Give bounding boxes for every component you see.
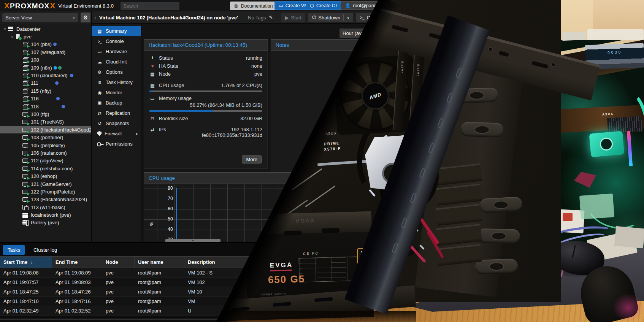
tree-item-label: 115 (nfty) — [31, 88, 51, 94]
menu-item[interactable]: Cloud-Init — [92, 57, 141, 67]
tree-item-label: 107 (wireguard) — [31, 49, 65, 55]
cell-user-name: root@pam — [135, 278, 184, 287]
storage-bin — [562, 32, 587, 41]
book-icon: 🗎 — [234, 3, 239, 9]
tree-item-label: 122 (PromptPalette) — [31, 189, 75, 195]
heartbeat-icon: ♥ — [149, 63, 155, 69]
tree-item[interactable]: 102 (HackatonHack4Good24) — [0, 126, 91, 133]
menu-item-label: Hardware — [106, 49, 127, 54]
frame-slot — [531, 61, 549, 69]
menu-item-label: Firewall — [105, 131, 122, 136]
more-button[interactable]: More — [242, 155, 262, 163]
menu-item[interactable]: Options — [92, 67, 141, 77]
menu-item[interactable]: Firewall ▸ — [92, 128, 141, 139]
y-tick: 50 — [158, 216, 173, 222]
tree-item[interactable]: 112 (algoView) — [0, 157, 91, 165]
tree-item[interactable]: localnetwork (pve) — [0, 211, 91, 219]
tree-item[interactable]: ∨ Datacenter — [0, 25, 91, 33]
tree-item[interactable]: 111 — [0, 79, 91, 87]
status-dots — [56, 97, 60, 100]
y-tick: 40 — [158, 227, 173, 232]
user-icon: 👤 — [345, 3, 351, 8]
chevron-down-icon[interactable]: ∨ — [347, 16, 349, 20]
tree-item-icon — [22, 111, 29, 117]
cell-start-time: Apr 01 02:32:49 — [0, 306, 52, 315]
menu-item[interactable]: Replication — [92, 108, 141, 118]
tree-item[interactable]: 100 (tfg) — [0, 110, 91, 118]
running-badge-icon — [27, 161, 30, 164]
tree-item[interactable]: 109 (n8n) — [0, 64, 91, 71]
front-vent — [446, 93, 453, 103]
tree-item[interactable]: 105 (perplexity) — [0, 141, 91, 149]
tree-item[interactable]: 120 (eshop) — [0, 172, 91, 180]
terminal-icon: >_ — [360, 16, 364, 20]
menu-item[interactable]: Backup — [92, 98, 141, 108]
running-badge-icon — [27, 138, 30, 141]
tree-item[interactable]: 118 — [0, 103, 91, 110]
tree-item[interactable]: 108 — [0, 56, 91, 64]
network-arrows-icon: ⇄ — [149, 127, 155, 132]
tree-item[interactable]: 104 (pbs) — [0, 41, 91, 48]
col-end-time[interactable]: End Time — [52, 257, 102, 268]
frame-slot — [429, 33, 441, 39]
tree-item-label: 100 (tfg) — [31, 111, 49, 117]
psu-brand-text: EVGA — [270, 261, 293, 270]
server-view-dropdown[interactable]: Server View∨ — [2, 13, 78, 22]
create-ct-button[interactable]: ⬡Create CT — [306, 1, 343, 10]
menu-item-icon — [97, 29, 103, 34]
tree-item[interactable]: Gallery (pve) — [0, 219, 91, 227]
caret-icon[interactable]: ∨ — [10, 35, 15, 39]
tree-item[interactable]: 115 (nfty) — [0, 87, 91, 95]
tab-cluster-log[interactable]: Cluster log — [29, 245, 62, 255]
menu-item[interactable]: Permissions — [92, 139, 141, 149]
tree-item[interactable]: 116 — [0, 95, 91, 103]
status-row: iStatus running — [144, 54, 268, 62]
col-user-name[interactable]: User name — [135, 257, 184, 268]
shutdown-button[interactable]: ⏻Shutdown ∨ — [308, 13, 353, 22]
tree-item-label: Gallery (pve) — [31, 220, 59, 225]
memory-usage-bar — [149, 110, 262, 112]
menu-item[interactable]: Monitor — [92, 87, 141, 98]
col-node[interactable]: Node — [102, 257, 135, 268]
play-icon: ▶ — [285, 15, 289, 21]
tree-item[interactable]: 103 (portainer) — [0, 133, 91, 141]
start-button[interactable]: ▶Start — [281, 13, 305, 22]
tree-item[interactable]: 122 (PromptPalette) — [0, 188, 91, 195]
tree-item[interactable]: 107 (wireguard) — [0, 48, 91, 56]
tree-item[interactable]: 121 (GameServer) — [0, 180, 91, 188]
tree-item-label: 120 (eshop) — [31, 173, 57, 179]
ram-brand-text: G.SKILL — [400, 61, 404, 74]
tree-item-label: 108 — [31, 57, 39, 63]
status-dots — [54, 66, 62, 70]
running-badge-icon — [27, 169, 30, 172]
sidebar-settings-button[interactable]: ⚙ — [81, 13, 90, 22]
tree-item[interactable]: 114 (netshiba.com) — [0, 165, 91, 172]
cell-end-time: Apr 01 18:47:16 — [52, 297, 102, 306]
edit-tags-icon[interactable]: ✎ — [269, 15, 273, 20]
status-dot — [54, 66, 57, 70]
menu-item[interactable]: Summary — [92, 26, 141, 36]
col-start-time[interactable]: Start Time↓ — [0, 257, 52, 268]
tree-item[interactable]: 113 (w11-basic) — [0, 203, 91, 211]
ha-state-row: ♥HA State none — [144, 62, 268, 70]
menu-item[interactable]: Task History — [92, 77, 141, 87]
menu-item[interactable]: Hardware — [92, 46, 141, 57]
tree-item[interactable]: 123 (HackatonNasa2024) — [0, 196, 91, 203]
tree-item[interactable]: 101 (TrueNAS) — [0, 118, 91, 126]
tree-item[interactable]: 110 (cloudflared) — [0, 71, 91, 79]
menu-item[interactable]: Console — [92, 36, 141, 46]
disk-icon: ⊟ — [149, 116, 155, 121]
magenta-glow — [613, 293, 644, 322]
back-chevron-icon[interactable]: ‹ — [94, 14, 96, 21]
search-input[interactable] — [121, 2, 179, 10]
tree-item-icon — [22, 57, 29, 63]
tree-item[interactable]: ∨ pve — [0, 33, 91, 40]
frame-screw — [488, 46, 493, 52]
menu-item[interactable]: Snapshots — [92, 118, 141, 128]
tab-tasks[interactable]: Tasks — [3, 245, 25, 255]
caret-icon[interactable]: ∨ — [2, 27, 8, 31]
documentation-button[interactable]: 🗎Documentation — [230, 2, 277, 10]
horizontal-scrollbar[interactable]: ▼ — [165, 239, 220, 242]
front-vent — [410, 193, 417, 203]
tree-item[interactable]: 106 (raular.com) — [0, 149, 91, 157]
